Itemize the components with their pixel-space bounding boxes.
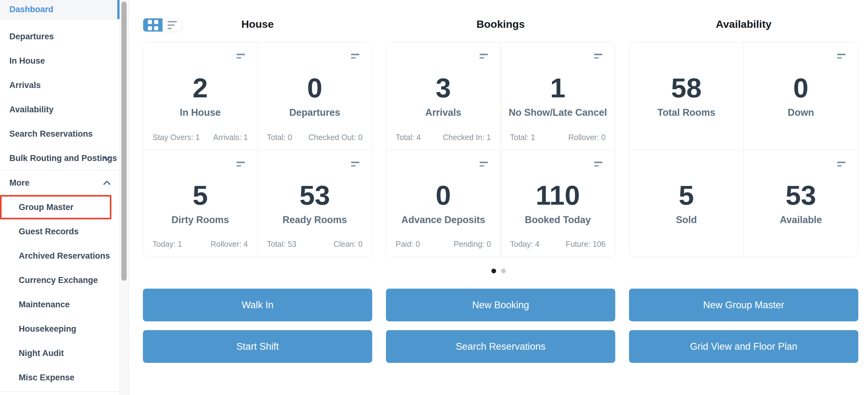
substat-left: Today: 1 bbox=[153, 240, 182, 249]
tile-value: 2 bbox=[192, 74, 208, 102]
sidebar-item-bulk-routing-and-postings[interactable]: Bulk Routing and Postings bbox=[0, 146, 120, 170]
sidebar-item-guest-records[interactable]: Guest Records bbox=[0, 219, 120, 244]
tile-value: 58 bbox=[671, 74, 702, 102]
sidebar-item-label: Night Audit bbox=[19, 348, 64, 358]
tile-value: 5 bbox=[679, 182, 694, 209]
context-menu-icon[interactable] bbox=[836, 160, 847, 168]
sidebar: Dashboard Departures In House Arrivals A… bbox=[0, 0, 120, 395]
search-reservations-button[interactable]: Search Reservations bbox=[386, 330, 615, 363]
sidebar-item-group-master[interactable]: Group Master bbox=[0, 195, 112, 219]
panel-column-availability: Availability 58 Total Rooms 0 Down 5 Sol… bbox=[629, 0, 858, 395]
sidebar-item-currency-exchange[interactable]: Currency Exchange bbox=[0, 268, 120, 292]
tile-label: Arrivals bbox=[425, 107, 461, 118]
carousel-dots bbox=[129, 269, 868, 273]
tile-label: Sold bbox=[676, 214, 697, 225]
substat-right: Checked Out: 0 bbox=[308, 133, 363, 142]
tile-substats: Total: 53 Clean: 0 bbox=[267, 240, 363, 249]
tile-value: 0 bbox=[793, 74, 808, 102]
tile-label: Booked Today bbox=[525, 214, 591, 225]
substat-right: Clean: 0 bbox=[334, 240, 363, 249]
sidebar-item-label: Group Master bbox=[19, 203, 74, 212]
sidebar-item-archived-reservations[interactable]: Archived Reservations bbox=[0, 244, 120, 268]
context-menu-icon[interactable] bbox=[350, 53, 361, 60]
substat-left: Total: 4 bbox=[396, 133, 421, 142]
context-menu-icon[interactable] bbox=[478, 53, 489, 60]
tile-no-show-late-cancel[interactable]: 1 No Show/Late Cancel Total: 1 Rollover:… bbox=[501, 42, 615, 150]
substat-right: Rollover: 4 bbox=[211, 240, 248, 249]
sidebar-item-misc-expense[interactable]: Misc Expense bbox=[0, 365, 120, 390]
sidebar-item-label: Search Reservations bbox=[9, 129, 93, 139]
substat-left: Paid: 0 bbox=[396, 240, 420, 249]
sidebar-item-label: Guest Records bbox=[19, 227, 79, 237]
substat-right: Checked In: 1 bbox=[443, 133, 491, 142]
sidebar-item-label: Dashboard bbox=[9, 5, 53, 14]
tile-substats: Stay Overs: 1 Arrivals: 1 bbox=[153, 133, 248, 142]
tile-sold[interactable]: 5 Sold bbox=[629, 150, 744, 257]
carousel-dot-1[interactable] bbox=[491, 269, 496, 273]
sidebar-item-more[interactable]: More bbox=[0, 171, 120, 195]
sidebar-item-in-house[interactable]: In House bbox=[0, 49, 120, 73]
substat-right: Future: 106 bbox=[566, 240, 606, 249]
tile-departures[interactable]: 0 Departures Total: 0 Checked Out: 0 bbox=[258, 42, 372, 150]
sidebar-item-night-audit[interactable]: Night Audit bbox=[0, 341, 120, 365]
tile-substats: Total: 4 Checked In: 1 bbox=[396, 133, 491, 142]
substat-right: Rollover: 0 bbox=[568, 133, 606, 142]
sidebar-item-departures[interactable]: Departures bbox=[0, 24, 120, 49]
panel-title: House bbox=[143, 18, 372, 30]
tile-arrivals[interactable]: 3 Arrivals Total: 4 Checked In: 1 bbox=[386, 42, 501, 150]
sidebar-item-search-reservations[interactable]: Search Reservations bbox=[0, 122, 120, 146]
tile-total-rooms[interactable]: 58 Total Rooms bbox=[629, 42, 744, 150]
panel-title: Availability bbox=[629, 18, 858, 30]
sidebar-item-label: Archived Reservations bbox=[19, 251, 110, 261]
tile-value: 0 bbox=[436, 182, 451, 209]
main-content: House 2 In House Stay Overs: 1 Arrivals:… bbox=[129, 0, 868, 395]
context-menu-icon[interactable] bbox=[593, 53, 604, 60]
scrollbar-thumb[interactable] bbox=[121, 2, 127, 281]
tile-value: 110 bbox=[536, 182, 580, 209]
new-group-master-button[interactable]: New Group Master bbox=[629, 288, 858, 322]
tile-ready-rooms[interactable]: 53 Ready Rooms Total: 53 Clean: 0 bbox=[258, 150, 372, 257]
new-booking-button[interactable]: New Booking bbox=[386, 288, 615, 322]
tile-substats: Paid: 0 Pending: 0 bbox=[396, 240, 491, 249]
context-menu-icon[interactable] bbox=[593, 160, 604, 168]
carousel-dot-2[interactable] bbox=[501, 269, 506, 273]
substat-left: Stay Overs: 1 bbox=[153, 133, 200, 142]
sidebar-item-housekeeping[interactable]: Housekeeping bbox=[0, 317, 120, 341]
tile-in-house[interactable]: 2 In House Stay Overs: 1 Arrivals: 1 bbox=[143, 42, 258, 150]
tile-dirty-rooms[interactable]: 5 Dirty Rooms Today: 1 Rollover: 4 bbox=[143, 150, 258, 257]
context-menu-icon[interactable] bbox=[836, 53, 847, 60]
tile-available[interactable]: 53 Available bbox=[744, 150, 858, 257]
sidebar-item-label: Maintenance bbox=[19, 300, 70, 309]
sidebar-item-label: Currency Exchange bbox=[19, 275, 98, 285]
grid-view-and-floor-plan-button[interactable]: Grid View and Floor Plan bbox=[629, 330, 858, 363]
chevron-up-icon bbox=[103, 180, 111, 188]
tile-value: 53 bbox=[786, 182, 816, 209]
sidebar-item-availability[interactable]: Availability bbox=[0, 97, 120, 122]
context-menu-icon[interactable] bbox=[235, 53, 246, 60]
tile-down[interactable]: 0 Down bbox=[744, 42, 858, 150]
substat-left: Total: 1 bbox=[510, 133, 535, 142]
sidebar-item-label: Misc Expense bbox=[19, 373, 74, 383]
tile-advance-deposits[interactable]: 0 Advance Deposits Paid: 0 Pending: 0 bbox=[386, 150, 501, 257]
tile-substats: Today: 4 Future: 106 bbox=[510, 240, 606, 249]
tile-substats: Today: 1 Rollover: 4 bbox=[153, 240, 248, 249]
context-menu-icon[interactable] bbox=[350, 160, 361, 168]
tile-value: 0 bbox=[307, 74, 322, 102]
active-indicator-bar bbox=[117, 0, 120, 19]
sidebar-item-label: Arrivals bbox=[9, 81, 41, 90]
sidebar-item-label: Bulk Routing and Postings bbox=[9, 153, 117, 163]
tile-label: Down bbox=[788, 107, 814, 118]
sidebar-item-label: More bbox=[9, 178, 30, 188]
tile-label: In House bbox=[180, 107, 221, 118]
stat-panel: 58 Total Rooms 0 Down 5 Sold 53 Availabl… bbox=[629, 42, 858, 257]
tile-booked-today[interactable]: 110 Booked Today Today: 4 Future: 106 bbox=[501, 150, 615, 257]
sidebar-scrollbar-track bbox=[120, 0, 129, 395]
start-shift-button[interactable]: Start Shift bbox=[143, 330, 372, 363]
context-menu-icon[interactable] bbox=[235, 160, 246, 168]
walk-in-button[interactable]: Walk In bbox=[143, 288, 372, 322]
sidebar-item-maintenance[interactable]: Maintenance bbox=[0, 292, 120, 317]
context-menu-icon[interactable] bbox=[478, 160, 489, 168]
substat-right: Arrivals: 1 bbox=[213, 133, 248, 142]
sidebar-item-arrivals[interactable]: Arrivals bbox=[0, 73, 120, 97]
sidebar-item-dashboard[interactable]: Dashboard bbox=[0, 0, 120, 19]
